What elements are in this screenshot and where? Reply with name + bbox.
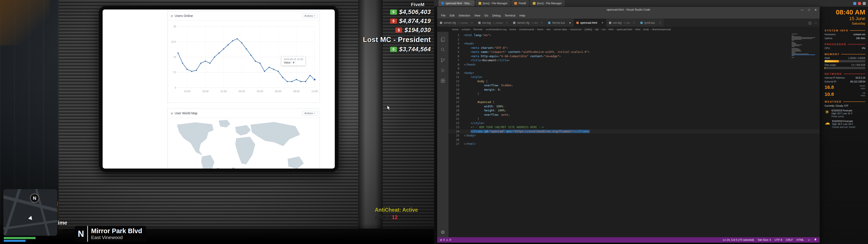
editor-tab[interactable]: Server.lua ● (546, 19, 574, 27)
more-actions-icon[interactable]: ⋯ (814, 21, 817, 25)
menu-item[interactable]: Debug (490, 14, 503, 17)
explorer-icon[interactable] (437, 34, 448, 44)
breadcrumb-item[interactable]: home › (509, 28, 519, 31)
breadcrumb-item[interactable]: iframe#opencad › (652, 28, 671, 31)
breadcrumb-item[interactable]: dev › (547, 28, 554, 31)
taskbar-window-button[interactable]: FiveM (512, 0, 529, 6)
menu-item[interactable]: View (472, 14, 483, 17)
shelf-corner (0, 0, 50, 45)
breadcrumb-item[interactable]: html › (609, 28, 617, 31)
menu-item[interactable]: Terminal (503, 14, 518, 17)
close-tab-icon[interactable]: × (471, 21, 473, 24)
editor-minimap[interactable] (792, 34, 816, 58)
taskbar-window-button[interactable]: opencad.html - Visu... (438, 0, 474, 6)
section-title: PROCESSOR (825, 43, 846, 45)
menu-item[interactable]: Help (518, 14, 527, 17)
errors-icon: ⊘ (440, 238, 442, 242)
breadcrumb-item[interactable]: fivem › (537, 28, 547, 31)
close-tab-icon[interactable]: ● (569, 22, 571, 24)
app-icon (514, 2, 517, 5)
menu-item[interactable]: File (439, 14, 447, 17)
extensions-icon[interactable] (437, 76, 448, 86)
breadcrumb-item[interactable]: nui › (602, 28, 609, 31)
tray-icon[interactable] (858, 2, 861, 5)
breadcrumb-separator-icon: › (600, 28, 601, 31)
source-control-icon[interactable] (437, 55, 448, 65)
editor-tab[interactable]: opencad.html × (574, 19, 606, 27)
info-row: Hostname:schwim-vm (825, 33, 865, 36)
caret-down-icon: ▾ (314, 15, 315, 17)
fivem-watermark: FiveM (411, 2, 425, 7)
network-speed: 10.8 UpKB/s (825, 92, 865, 97)
menu-item[interactable]: Selection (457, 14, 472, 17)
breadcrumb-item[interactable]: schwim › (462, 28, 473, 31)
breadcrumb-item[interactable]: server-data › (554, 28, 570, 31)
close-tab-icon[interactable]: × (659, 21, 661, 24)
split-editor-icon[interactable]: ◫ (809, 21, 811, 25)
breadcrumb-item[interactable]: html › (636, 28, 644, 31)
statusbar-item[interactable]: CRLF (786, 238, 793, 242)
tray-icon[interactable] (863, 2, 866, 5)
close-button[interactable]: ✕ (814, 8, 817, 11)
breadcrumb-item[interactable]: Remote › (473, 28, 486, 31)
breadcrumb-separator-icon: › (507, 28, 508, 31)
breadcrumb-item[interactable]: resources › (570, 28, 585, 31)
system-info-section: SYSTEM INFO Hostname:schwim-vm Uptime:23… (825, 29, 865, 39)
feedback-smiley-icon[interactable]: ☺ (808, 238, 810, 242)
app-icon (533, 2, 535, 5)
section-title: NETWORK (825, 72, 842, 75)
actions-dropdown-button[interactable]: Actions ▾ (302, 13, 317, 18)
editor-tab[interactable]: server.cfg ~/..master × (437, 19, 475, 27)
svg-text:15:00: 15:00 (184, 90, 190, 93)
vscode-tabbar: server.cfg ~/..master × run.log ~/..mast… (437, 19, 819, 27)
breadcrumb-item[interactable]: opencad.html › (617, 28, 636, 31)
breadcrumb-item[interactable]: [utility] › (585, 28, 595, 31)
activity-bar: ⚙ (437, 32, 448, 237)
breadcrumb-item[interactable]: tab › (595, 28, 602, 31)
code-editor[interactable]: 1<html lang="en">23<head>4 <meta charset… (448, 32, 819, 237)
ram-usage-bar (825, 60, 865, 62)
file-icon (548, 22, 550, 24)
editor-tab[interactable]: run.log ~/..master × (475, 19, 510, 27)
tray-icon[interactable] (853, 2, 856, 5)
taskbar: opencad.html - Visu... [toss] - File Man… (434, 0, 868, 7)
search-icon[interactable] (437, 44, 448, 55)
debug-icon[interactable] (437, 65, 448, 76)
statusbar-item[interactable]: UTF-8 (775, 238, 782, 242)
chart-tooltip: 2019.06.15 12:00 Value : 4 (281, 56, 306, 66)
notifications-bell-icon[interactable] (814, 238, 817, 242)
settings-gear-icon[interactable]: ⚙ (441, 230, 445, 235)
breadcrumb-item[interactable]: scotchandiron.org › (486, 28, 509, 31)
breadcrumb-item[interactable]: home › (452, 28, 462, 31)
editor-tab[interactable]: run.log ~/..dev × (606, 19, 638, 27)
network-speed: 16.8 DownKB/s (825, 85, 865, 90)
breadcrumb-item[interactable]: schwimsandi › (519, 28, 537, 31)
close-tab-icon[interactable]: × (602, 21, 603, 24)
menu-item[interactable]: Go (483, 14, 490, 17)
problems-indicator[interactable]: ⊘ 0 ⚠ 0 (440, 238, 451, 242)
statusbar-item[interactable]: Ln 24, Col 5 (70 selected) (723, 238, 754, 242)
statusbar-item[interactable]: Tab Size: 4 (757, 238, 771, 242)
game-monitor: FiveM $ $4,506,403 $ $4,874,419 $ $194,0… (0, 0, 434, 244)
actions-dropdown-button[interactable]: Actions ▾ (302, 111, 317, 116)
window-title: opencad.html - Visual Studio Code (437, 8, 819, 11)
editor-tab[interactable]: server.cfg ~/..dev × (510, 19, 546, 27)
disk-usage-bar (825, 67, 865, 69)
taskbar-window-button[interactable]: [toss] - File Manager (476, 0, 510, 6)
minimize-button[interactable]: — (801, 8, 804, 11)
editor-tab[interactable]: tyrell.lua × (638, 19, 664, 27)
maximize-button[interactable]: □ (808, 8, 810, 11)
menu-item[interactable]: Edit (447, 14, 457, 17)
svg-text:1: 1 (233, 168, 234, 169)
breadcrumb-separator-icon: › (615, 28, 616, 31)
close-tab-icon[interactable]: × (506, 21, 507, 24)
money-amount: $3,744,564 (399, 46, 431, 53)
taskbar-window-button[interactable]: [toss] - File Manager (530, 0, 564, 6)
weather-section: WEATHER Currently: Cloudy; 57F ☀ 6/15/20… (825, 100, 865, 128)
breadcrumb-separator-icon: › (607, 28, 608, 31)
breadcrumb-item[interactable]: body › (643, 28, 652, 31)
statusbar-item[interactable]: HTML (797, 238, 804, 242)
file-icon (577, 22, 579, 24)
close-tab-icon[interactable]: × (633, 21, 635, 24)
close-tab-icon[interactable]: × (541, 21, 542, 24)
